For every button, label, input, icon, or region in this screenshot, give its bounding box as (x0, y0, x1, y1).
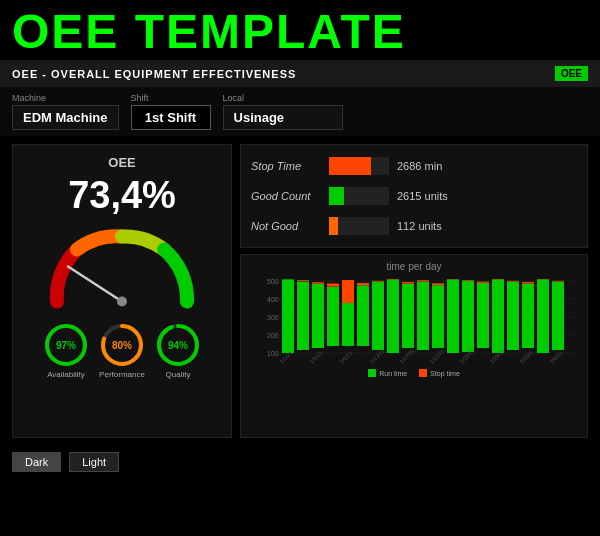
svg-rect-37 (402, 284, 414, 348)
svg-rect-50 (492, 279, 504, 280)
header: OEE TEMPLATE (0, 0, 600, 60)
svg-rect-36 (387, 279, 399, 280)
legend-stoptime: Stop time (419, 369, 460, 377)
stat-good-count: Good Count 2615 units (251, 183, 577, 209)
metric-availability: 97% Availability (43, 322, 89, 379)
svg-rect-35 (387, 279, 399, 353)
stats-section: Stop Time 2686 min Good Count 2615 units… (240, 144, 588, 248)
light-theme-button[interactable]: Light (69, 452, 119, 472)
chart-legend: Run time Stop time (249, 369, 579, 377)
oee-badge: OEE (555, 66, 588, 81)
bottom-bar: Dark Light (0, 446, 600, 478)
local-group: Local Usinage (223, 93, 343, 130)
svg-rect-27 (327, 287, 339, 346)
svg-rect-28 (327, 284, 339, 287)
oee-value: 73,4% (68, 174, 176, 217)
metric-availability-label: Availability (47, 370, 85, 379)
local-value: Usinage (223, 105, 343, 130)
oee-label: OEE (108, 155, 135, 170)
oee-panel: OEE 73,4% (12, 144, 232, 438)
svg-rect-45 (462, 281, 474, 352)
chart-area: 500 400 300 200 100 (249, 276, 579, 366)
svg-rect-42 (432, 283, 444, 285)
right-panel: Stop Time 2686 min Good Count 2615 units… (240, 144, 588, 438)
gauge-svg (42, 219, 202, 314)
svg-text:1/13/21: 1/13/21 (368, 347, 385, 364)
svg-rect-47 (477, 283, 489, 348)
machine-label: Machine (12, 93, 119, 103)
legend-stoptime-label: Stop time (430, 370, 460, 377)
svg-text:1/1/21: 1/1/21 (278, 350, 293, 365)
svg-text:1/17/21: 1/17/21 (398, 347, 415, 364)
stat-stop-time: Stop Time 2686 min (251, 153, 577, 179)
svg-rect-29 (342, 303, 354, 346)
svg-rect-38 (402, 282, 414, 284)
stat-good-count-bar (329, 187, 389, 205)
svg-rect-58 (552, 281, 564, 282)
svg-rect-51 (507, 282, 519, 351)
svg-rect-48 (477, 282, 489, 283)
shift-value: 1st Shift (131, 105, 211, 130)
svg-text:80%: 80% (112, 340, 132, 351)
svg-text:400: 400 (267, 296, 279, 303)
stat-not-good-label: Not Good (251, 220, 321, 232)
metrics-row: 97% Availability 80% Performance 94% (43, 322, 201, 379)
svg-text:94%: 94% (168, 340, 188, 351)
stat-stop-time-label: Stop Time (251, 160, 321, 172)
page-title: OEE TEMPLATE (12, 8, 588, 56)
dark-theme-button[interactable]: Dark (12, 452, 61, 472)
subtitle-bar: OEE - OVERALL EQUIPMENT EFFECTIVENESS OE… (0, 60, 600, 87)
svg-rect-32 (357, 283, 369, 285)
chart-svg: 500 400 300 200 100 (249, 276, 579, 366)
stat-not-good: Not Good 112 units (251, 213, 577, 239)
legend-runtime-dot (368, 369, 376, 377)
stat-good-count-fill (329, 187, 344, 205)
svg-rect-46 (462, 280, 474, 281)
chart-title: time per day (249, 261, 579, 272)
main-content: OEE 73,4% (0, 136, 600, 446)
metric-quality-label: Quality (166, 370, 191, 379)
svg-rect-52 (507, 281, 519, 282)
svg-rect-34 (372, 281, 384, 282)
svg-line-1 (68, 267, 122, 302)
stat-good-count-label: Good Count (251, 190, 321, 202)
svg-rect-25 (312, 284, 324, 348)
svg-text:97%: 97% (56, 340, 76, 351)
stat-not-good-fill (329, 217, 338, 235)
svg-rect-57 (552, 282, 564, 351)
svg-text:1/21/21: 1/21/21 (428, 347, 445, 364)
machine-value: EDM Machine (12, 105, 119, 130)
shift-group: Shift 1st Shift (131, 93, 211, 130)
svg-text:300: 300 (267, 314, 279, 321)
legend-stoptime-dot (419, 369, 427, 377)
shift-label: Shift (131, 93, 211, 103)
svg-rect-54 (522, 282, 534, 284)
svg-rect-49 (492, 279, 504, 353)
stat-good-count-value: 2615 units (397, 190, 448, 202)
stat-not-good-bar (329, 217, 389, 235)
stat-not-good-value: 112 units (397, 220, 442, 232)
svg-rect-31 (357, 285, 369, 346)
svg-rect-39 (417, 282, 429, 351)
svg-text:2/6/21: 2/6/21 (548, 350, 563, 365)
svg-rect-55 (537, 279, 549, 353)
metric-performance-label: Performance (99, 370, 145, 379)
stat-stop-time-fill (329, 157, 371, 175)
metric-quality: 94% Quality (155, 322, 201, 379)
svg-rect-41 (432, 285, 444, 348)
svg-point-2 (117, 297, 127, 307)
stat-stop-time-value: 2686 min (397, 160, 442, 172)
svg-rect-40 (417, 280, 429, 281)
machine-group: Machine EDM Machine (12, 93, 119, 130)
svg-rect-22 (282, 279, 294, 353)
svg-rect-26 (312, 282, 324, 284)
chart-section: time per day 500 400 300 200 100 (240, 254, 588, 438)
svg-rect-24 (297, 280, 309, 281)
local-label: Local (223, 93, 343, 103)
controls-bar: Machine EDM Machine Shift 1st Shift Loca… (0, 87, 600, 136)
svg-text:1/5/21: 1/5/21 (308, 350, 323, 365)
svg-rect-43 (447, 279, 459, 353)
legend-runtime: Run time (368, 369, 407, 377)
svg-text:500: 500 (267, 278, 279, 285)
stat-stop-time-bar (329, 157, 389, 175)
